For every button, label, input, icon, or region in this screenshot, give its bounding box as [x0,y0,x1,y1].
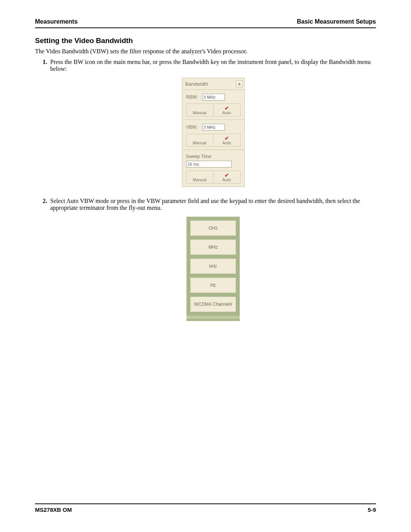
intro-paragraph: The Video Bandwidth (VBW) sets the filte… [35,48,376,55]
section-title: Setting the Video Bandwidth [35,37,376,45]
header-right: Basic Measurement Setups [297,18,376,25]
step-1: 1. Press the BW icon on the main menu ba… [50,59,376,187]
unit-hz-button[interactable]: Hz [190,278,236,293]
vbw-auto-button[interactable]: ✔ Auto [213,134,240,146]
flyout-separator [186,316,240,319]
bandwidth-panel: Bandwidth RBW: Manual [182,78,245,187]
vbw-manual-button[interactable]: Manual [186,134,213,146]
checkmark-icon: ✔ [225,105,229,111]
unit-khz-label: kHz [209,264,217,269]
sweep-label: Sweep Time: [186,154,241,159]
step-2: 2. Select Auto VBW mode or press in the … [50,198,376,321]
unit-flyout-menu: GHz MHz kHz Hz WCDMA Channel# [186,217,240,321]
header-left: Measurements [35,18,78,25]
sweep-section: Sweep Time: Manual ✔ Auto [182,150,244,187]
unit-ghz-button[interactable]: GHz [190,220,236,236]
collapse-icon[interactable] [236,80,243,87]
rbw-label: RBW: [186,94,200,100]
vbw-input[interactable] [202,124,225,131]
rbw-manual-label: Manual [193,110,206,115]
vbw-mode-toggle[interactable]: Manual ✔ Auto [186,134,241,147]
footer-left: MS278XB OM [35,506,72,513]
unit-hz-label: Hz [210,283,216,288]
rbw-manual-button[interactable]: Manual [186,104,213,116]
unit-ghz-label: GHz [209,225,218,231]
sweep-mode-toggle[interactable]: Manual ✔ Auto [186,171,241,184]
unit-wcdma-button[interactable]: WCDMA Channel# [190,297,236,312]
checkmark-icon: ✔ [225,172,229,178]
page-header: Measurements Basic Measurement Setups [35,18,376,28]
sweep-manual-label: Manual [193,177,206,182]
bandwidth-panel-title: Bandwidth [185,81,209,87]
step-1-number: 1. [43,59,47,66]
page-footer: MS278XB OM 5-9 [35,503,376,513]
step-2-number: 2. [43,198,47,204]
unit-mhz-button[interactable]: MHz [190,240,236,255]
vbw-section: VBW: Manual ✔ Auto [182,120,244,150]
vbw-manual-label: Manual [193,141,206,145]
checkmark-icon: ✔ [225,135,229,141]
unit-khz-button[interactable]: kHz [190,259,236,274]
footer-right: 5-9 [368,506,376,513]
sweep-manual-button[interactable]: Manual [186,171,213,183]
rbw-section: RBW: Manual ✔ Auto [182,90,244,120]
unit-wcdma-label: WCDMA Channel# [194,302,233,307]
step-2-text: Select Auto VBW mode or press in the VBW… [50,198,360,211]
sweep-input[interactable] [186,161,232,168]
sweep-auto-button[interactable]: ✔ Auto [213,171,240,183]
vbw-label: VBW: [186,125,200,130]
rbw-input[interactable] [202,94,225,101]
step-1-text: Press the BW icon on the main menu bar, … [50,59,371,72]
unit-mhz-label: MHz [209,244,218,250]
rbw-auto-button[interactable]: ✔ Auto [213,104,240,116]
rbw-mode-toggle[interactable]: Manual ✔ Auto [186,104,241,117]
